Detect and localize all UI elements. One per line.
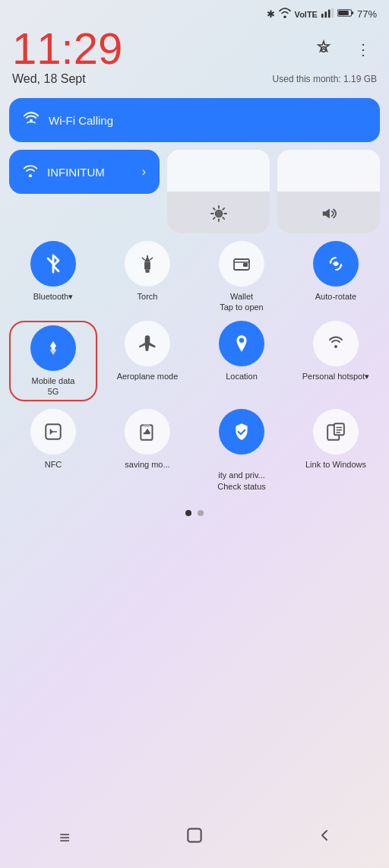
menu-icon: ≡ [59, 827, 70, 848]
wallet-tile[interactable]: WalletTap to open [198, 241, 286, 313]
data-usage: Used this month: 1.19 GB [273, 74, 377, 84]
menu-button[interactable]: ≡ [48, 821, 81, 854]
more-options-icon[interactable]: ⋮ [349, 36, 377, 63]
location-tile[interactable]: Location [198, 321, 286, 402]
personal-hotspot-btn[interactable] [313, 321, 359, 366]
svg-rect-5 [352, 11, 354, 14]
network-tile[interactable]: INFINITUM › [9, 150, 160, 194]
svg-rect-2 [328, 10, 330, 18]
bluetooth-label: Bluetooth▾ [33, 291, 73, 302]
battery-icon [337, 8, 354, 20]
svg-point-34 [239, 337, 245, 343]
svg-marker-30 [329, 261, 332, 263]
svg-rect-0 [321, 14, 324, 17]
circles-row-3: NFC saving mo... ity and pr [9, 409, 380, 492]
header-icons[interactable]: ⋮ [310, 36, 377, 63]
svg-marker-31 [340, 265, 343, 266]
torch-btn[interactable] [125, 241, 170, 287]
back-icon [315, 826, 334, 849]
aeroplane-btn[interactable] [125, 321, 170, 366]
bluetooth-btn[interactable] [30, 241, 76, 287]
saving-mode-label: saving mo... [125, 459, 169, 470]
svg-rect-1 [324, 11, 327, 17]
personal-hotspot-tile[interactable]: Personal hotspot▾ [292, 321, 380, 402]
page-dot-1 [185, 510, 191, 516]
svg-rect-6 [338, 11, 349, 15]
torch-tile[interactable]: Torch [103, 241, 191, 313]
privacy-check-tile[interactable]: ity and priv... Check status [198, 409, 286, 492]
circles-row-1: Bluetooth▾ Torch [9, 241, 380, 313]
bluetooth-status-icon: ✱ [267, 8, 275, 20]
svg-line-18 [213, 217, 214, 219]
network-sliders-row: INFINITUM › A [9, 150, 380, 233]
settings-icon[interactable] [310, 36, 337, 63]
personal-hotspot-label: Personal hotspot▾ [302, 371, 370, 382]
back-button[interactable] [308, 821, 341, 854]
location-label: Location [226, 371, 258, 382]
mobile-data-label: Mobile data5G [32, 375, 75, 398]
wallet-btn[interactable] [219, 241, 264, 287]
date-display: Wed, 18 Sept [12, 72, 86, 86]
page-dot-2 [198, 510, 204, 516]
network-arrow-icon: › [142, 165, 146, 179]
aeroplane-label: Aeroplane mode [117, 371, 179, 382]
mobile-data-btn[interactable] [30, 325, 76, 371]
nfc-tile[interactable]: NFC [9, 409, 97, 492]
clock: 11:29 [12, 27, 122, 71]
wifi-calling-tile[interactable]: Wi-Fi Calling [9, 98, 380, 142]
page-dots [0, 498, 389, 522]
link-to-windows-tile[interactable]: Link to Windows [292, 409, 380, 492]
network-wifi-icon [23, 163, 38, 181]
svg-rect-23 [145, 270, 149, 273]
svg-marker-39 [144, 429, 151, 434]
saving-mode-tile[interactable]: saving mo... [103, 409, 191, 492]
svg-rect-41 [334, 423, 344, 435]
saving-mode-btn[interactable] [125, 409, 170, 455]
volume-slider[interactable] [277, 150, 380, 233]
svg-text:A: A [216, 211, 219, 216]
status-icons: ✱ VolTE 77% [267, 8, 377, 21]
location-btn[interactable] [219, 321, 264, 366]
svg-line-25 [143, 258, 145, 260]
link-to-windows-label: Link to Windows [305, 459, 366, 470]
network-label: INFINITUM [47, 166, 133, 179]
svg-marker-20 [322, 209, 329, 219]
bottom-nav: ≡ [0, 815, 389, 868]
svg-rect-3 [331, 8, 334, 18]
nfc-btn[interactable] [30, 409, 76, 455]
home-button[interactable] [178, 821, 211, 854]
time-row: 11:29 ⋮ [0, 24, 389, 71]
svg-line-26 [150, 258, 153, 260]
circles-row-2: Mobile data5G Aeroplane mode Location [9, 321, 380, 402]
volume-icon [321, 205, 337, 226]
wallet-label: WalletTap to open [220, 291, 264, 313]
wifi-status-icon [278, 8, 292, 21]
battery-percent: 77% [357, 8, 377, 20]
date-row: Wed, 18 Sept Used this month: 1.19 GB [0, 71, 389, 92]
wifi-calling-label: Wi-Fi Calling [49, 114, 366, 127]
privacy-check-label: ity and priv... Check status [217, 459, 266, 492]
svg-rect-45 [188, 828, 201, 841]
svg-rect-37 [144, 424, 150, 426]
brightness-icon: A [210, 205, 227, 226]
privacy-check-btn[interactable] [219, 409, 264, 455]
auto-rotate-label: Auto-rotate [315, 291, 356, 302]
auto-rotate-btn[interactable] [313, 241, 359, 287]
brightness-slider[interactable]: A [167, 150, 270, 233]
signal-bars-icon [321, 8, 334, 21]
status-bar: ✱ VolTE 77% [0, 0, 389, 24]
svg-rect-21 [144, 261, 150, 269]
svg-line-17 [223, 208, 224, 210]
bluetooth-tile[interactable]: Bluetooth▾ [9, 241, 97, 313]
quick-settings: Wi-Fi Calling INFINITUM › [0, 92, 389, 498]
home-icon [185, 825, 204, 850]
network-type-icon: VolTE [295, 10, 318, 19]
svg-line-15 [213, 208, 214, 210]
mobile-data-tile[interactable]: Mobile data5G [9, 321, 97, 402]
torch-label: Torch [138, 291, 158, 302]
auto-rotate-tile[interactable]: Auto-rotate [292, 241, 380, 313]
link-to-windows-btn[interactable] [313, 409, 359, 455]
svg-line-16 [223, 217, 224, 219]
aeroplane-tile[interactable]: Aeroplane mode [103, 321, 191, 402]
wifi-calling-icon [23, 110, 40, 131]
